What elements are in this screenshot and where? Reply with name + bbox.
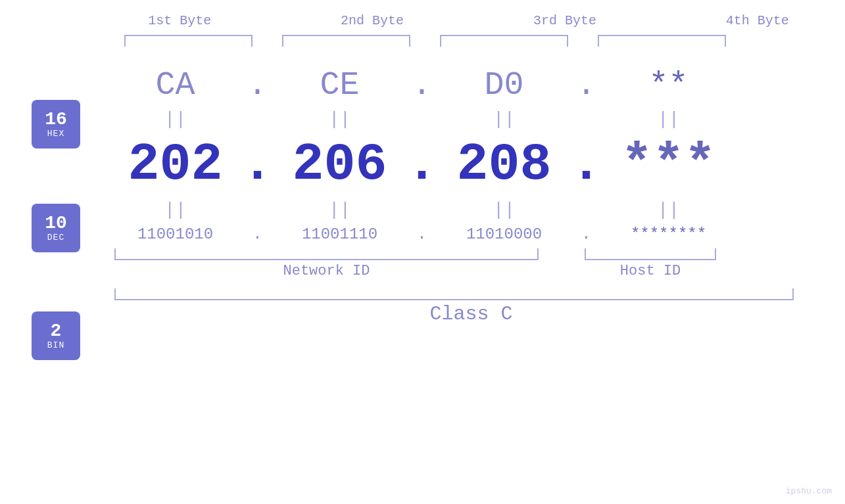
header-byte1: 1st Byte (114, 13, 245, 28)
bracket-byte4 (598, 35, 726, 47)
bin-byte3: 11010000 (439, 225, 570, 243)
bin-byte1: 11001010 (110, 225, 241, 243)
network-id-label: Network ID (114, 263, 539, 279)
dec-byte4: *** (603, 135, 735, 195)
byte-headers: 1st Byte 2nd Byte 3rd Byte 4th Byte (107, 13, 831, 28)
class-label-row: Class C (114, 303, 828, 325)
hex-dot3: . (570, 66, 603, 104)
bin-byte2: 11001110 (274, 225, 406, 243)
dec-badge: 10 DEC (32, 204, 80, 252)
eq1-byte3: || (439, 104, 570, 135)
dec-byte1: 202 (110, 135, 241, 195)
hex-row: CA . CE . D0 . ** (110, 66, 833, 104)
top-brackets (114, 35, 828, 47)
hex-dot1: . (241, 66, 274, 104)
bin-badge: 2 BIN (32, 311, 80, 360)
bracket-class (114, 288, 794, 300)
eq1-byte1: || (110, 104, 241, 135)
hex-byte4: ** (603, 66, 735, 104)
dec-badge-number: 10 (45, 214, 67, 233)
bracket-byte3 (440, 35, 568, 47)
bin-dot2: . (406, 225, 439, 243)
bin-row: 11001010 . 11001110 . 11010000 . *******… (110, 225, 833, 243)
eq1-byte4: || (603, 104, 735, 135)
eq1-byte2: || (274, 104, 406, 135)
eq2-byte4: || (603, 195, 735, 225)
header-byte3: 3rd Byte (499, 13, 631, 28)
watermark: ipshu.com (786, 486, 832, 496)
bracket-host (585, 248, 716, 260)
hex-badge-label: HEX (47, 129, 64, 139)
dec-badge-label: DEC (47, 233, 64, 242)
hex-badge-number: 16 (45, 110, 67, 129)
bottom-brackets (114, 248, 828, 260)
eq2-byte1: || (110, 195, 241, 225)
host-id-label: Host ID (585, 263, 716, 279)
bracket-byte2 (282, 35, 410, 47)
hex-byte1: CA (110, 66, 241, 104)
bin-badge-label: BIN (47, 340, 64, 350)
bin-byte4: ******** (603, 225, 735, 243)
hex-badge: 16 HEX (32, 100, 80, 149)
equals-row-1: || || || || (110, 104, 833, 135)
bin-dot1: . (241, 225, 274, 243)
bracket-byte1 (124, 35, 253, 47)
hex-dot2: . (406, 66, 439, 104)
dec-byte3: 208 (439, 135, 570, 195)
bracket-network (114, 248, 539, 260)
header-byte2: 2nd Byte (306, 13, 438, 28)
class-label: Class C (429, 303, 512, 325)
hex-byte3: D0 (439, 66, 570, 104)
class-bracket-row (114, 288, 828, 300)
dec-dot3: . (570, 135, 603, 195)
dec-dot1: . (241, 135, 274, 195)
eq2-byte2: || (274, 195, 406, 225)
header-byte4: 4th Byte (692, 13, 823, 28)
hex-byte2: CE (274, 66, 406, 104)
equals-row-2: || || || || (110, 195, 833, 225)
main-container: 16 HEX 10 DEC 2 BIN 1st Byte 2nd Byte 3r… (0, 0, 845, 504)
bin-badge-number: 2 (51, 322, 62, 340)
dec-byte2: 206 (274, 135, 406, 195)
eq2-byte3: || (439, 195, 570, 225)
dec-row: 202 . 206 . 208 . *** (110, 135, 833, 195)
bin-dot3: . (570, 225, 603, 243)
dec-dot2: . (406, 135, 439, 195)
id-labels: Network ID Host ID (114, 263, 828, 279)
